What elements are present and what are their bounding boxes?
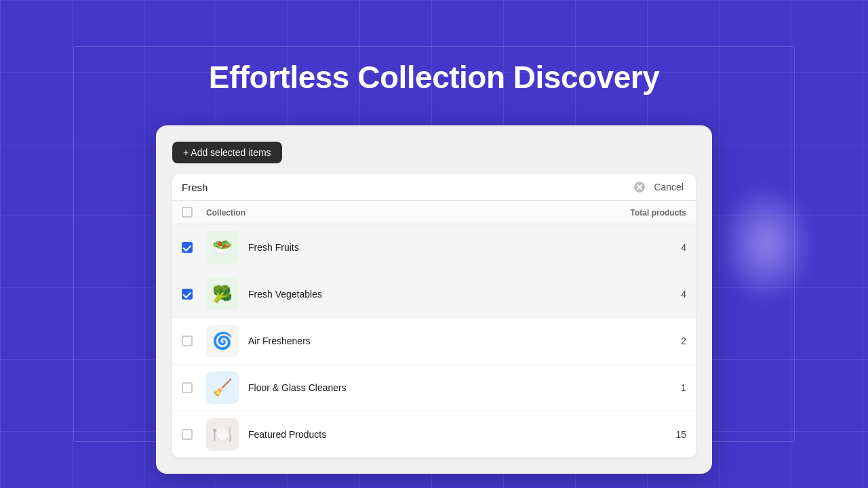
- collection-card: + Add selected items Cancel Collection: [156, 125, 712, 474]
- table-row: 🍽️ Featured Products 15: [172, 411, 696, 458]
- item-name-fresh-fruits: Fresh Fruits: [248, 242, 666, 253]
- search-container: Cancel Collection Total products �: [172, 174, 696, 458]
- add-selected-button[interactable]: + Add selected items: [172, 142, 282, 163]
- item-name-featured-products: Featured Products: [248, 429, 666, 440]
- item-count-featured-products: 15: [666, 429, 686, 440]
- table-header: Collection Total products: [172, 201, 696, 224]
- item-name-floor-cleaners: Floor & Glass Cleaners: [248, 382, 666, 393]
- item-count-air-fresheners: 2: [666, 336, 686, 346]
- cancel-button[interactable]: Cancel: [651, 182, 686, 192]
- table-row: 🥗 Fresh Fruits 4: [172, 224, 696, 271]
- table-row: 🥦 Fresh Vegetables 4: [172, 271, 696, 318]
- item-image-floor-cleaners: 🧹: [206, 371, 239, 404]
- page-title: Effortless Collection Discovery: [209, 59, 659, 96]
- row-checkbox-air-fresheners[interactable]: [182, 336, 193, 346]
- page-container: Effortless Collection Discovery + Add se…: [0, 0, 868, 488]
- item-count-fresh-fruits: 4: [666, 242, 686, 253]
- table-row: 🧹 Floor & Glass Cleaners 1: [172, 365, 696, 411]
- row-checkbox-featured-products[interactable]: [182, 429, 193, 440]
- item-name-fresh-vegetables: Fresh Vegetables: [248, 289, 666, 300]
- col-collection-header: Collection: [206, 208, 245, 218]
- row-checkbox-fresh-vegetables[interactable]: [182, 289, 193, 300]
- row-checkbox-floor-cleaners[interactable]: [182, 382, 193, 393]
- table-row: 🌀 Air Fresheners 2: [172, 318, 696, 365]
- item-count-fresh-vegetables: 4: [666, 289, 686, 300]
- item-name-air-fresheners: Air Fresheners: [248, 336, 666, 346]
- search-input[interactable]: [182, 182, 628, 193]
- item-count-floor-cleaners: 1: [666, 382, 686, 393]
- item-image-fresh-fruits: 🥗: [206, 231, 239, 264]
- item-image-air-fresheners: 🌀: [206, 325, 239, 357]
- item-image-fresh-vegetables: 🥦: [206, 278, 239, 310]
- clear-icon[interactable]: [633, 181, 646, 193]
- col-total-products-header: Total products: [631, 208, 686, 218]
- row-checkbox-fresh-fruits[interactable]: [182, 242, 193, 253]
- search-row: Cancel: [172, 174, 696, 201]
- select-all-checkbox[interactable]: [182, 207, 193, 218]
- item-image-featured-products: 🍽️: [206, 418, 239, 451]
